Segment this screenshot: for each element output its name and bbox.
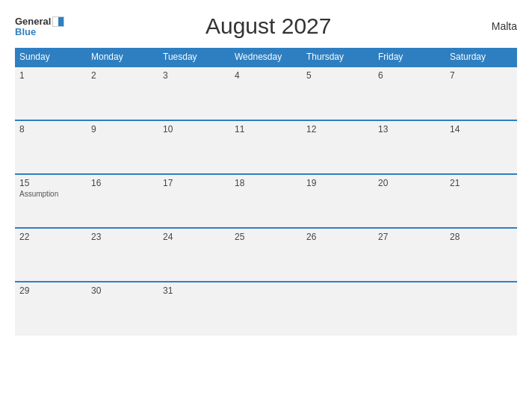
day-number: 12 bbox=[306, 124, 369, 135]
calendar-cell: 31 bbox=[158, 282, 230, 336]
calendar-cell bbox=[445, 282, 517, 336]
day-number: 1 bbox=[19, 70, 82, 81]
calendar-cell: 15Assumption bbox=[15, 174, 87, 228]
weekday-header: Thursday bbox=[302, 48, 374, 67]
calendar-table: SundayMondayTuesdayWednesdayThursdayFrid… bbox=[15, 48, 517, 336]
calendar-cell: 27 bbox=[374, 228, 445, 282]
calendar-week-row: 15Assumption161718192021 bbox=[15, 174, 517, 228]
weekday-header: Friday bbox=[374, 48, 445, 67]
calendar-cell bbox=[302, 282, 374, 336]
weekday-header: Monday bbox=[87, 48, 158, 67]
calendar-cell: 29 bbox=[15, 282, 87, 336]
calendar-header: SundayMondayTuesdayWednesdayThursdayFrid… bbox=[15, 48, 517, 67]
page: General Blue August 2027 Malta SundayMon… bbox=[0, 0, 532, 411]
logo-flag-icon bbox=[52, 16, 64, 27]
day-number: 13 bbox=[378, 124, 441, 135]
calendar-cell: 28 bbox=[445, 228, 517, 282]
day-number: 2 bbox=[91, 70, 154, 81]
calendar-week-row: 891011121314 bbox=[15, 120, 517, 174]
day-number: 14 bbox=[450, 124, 513, 135]
calendar-cell: 20 bbox=[374, 174, 445, 228]
day-number: 18 bbox=[235, 178, 297, 188]
day-number: 26 bbox=[306, 232, 369, 242]
calendar-cell: 9 bbox=[87, 120, 158, 174]
country-label: Malta bbox=[472, 20, 517, 32]
calendar-body: 123456789101112131415Assumption161718192… bbox=[15, 67, 517, 336]
calendar-cell bbox=[374, 282, 445, 336]
day-number: 9 bbox=[91, 124, 154, 135]
logo-general-text: General bbox=[15, 16, 51, 26]
calendar-cell: 8 bbox=[15, 120, 87, 174]
day-number: 3 bbox=[163, 70, 226, 81]
day-number: 7 bbox=[450, 70, 513, 81]
weekday-header-row: SundayMondayTuesdayWednesdayThursdayFrid… bbox=[15, 48, 517, 67]
calendar-cell: 21 bbox=[445, 174, 517, 228]
calendar-cell: 2 bbox=[87, 67, 158, 120]
day-number: 6 bbox=[378, 70, 441, 81]
day-number: 29 bbox=[19, 285, 82, 296]
day-number: 25 bbox=[235, 232, 297, 242]
day-number: 30 bbox=[91, 285, 154, 296]
calendar-cell: 19 bbox=[302, 174, 374, 228]
calendar-cell: 14 bbox=[445, 120, 517, 174]
calendar-cell: 25 bbox=[230, 228, 302, 282]
calendar-cell: 22 bbox=[15, 228, 87, 282]
calendar-cell: 18 bbox=[230, 174, 302, 228]
weekday-header: Saturday bbox=[445, 48, 517, 67]
logo-blue-text: Blue bbox=[15, 27, 36, 37]
day-number: 24 bbox=[163, 232, 226, 242]
day-number: 17 bbox=[163, 178, 226, 188]
day-number: 19 bbox=[306, 178, 369, 188]
weekday-header: Wednesday bbox=[230, 48, 302, 67]
calendar-cell: 1 bbox=[15, 67, 87, 120]
day-number: 22 bbox=[19, 232, 82, 242]
day-number: 21 bbox=[450, 178, 513, 188]
logo: General Blue bbox=[15, 16, 64, 37]
calendar-cell: 23 bbox=[87, 228, 158, 282]
header: General Blue August 2027 Malta bbox=[15, 13, 517, 39]
calendar-cell: 5 bbox=[302, 67, 374, 120]
calendar-cell: 17 bbox=[158, 174, 230, 228]
calendar-week-row: 22232425262728 bbox=[15, 228, 517, 282]
day-number: 23 bbox=[91, 232, 154, 242]
day-number: 27 bbox=[378, 232, 441, 242]
calendar-cell: 12 bbox=[302, 120, 374, 174]
calendar-cell: 30 bbox=[87, 282, 158, 336]
day-number: 11 bbox=[235, 124, 297, 135]
calendar-cell: 6 bbox=[374, 67, 445, 120]
weekday-header: Tuesday bbox=[158, 48, 230, 67]
calendar-cell: 16 bbox=[87, 174, 158, 228]
day-number: 4 bbox=[235, 70, 297, 81]
day-number: 28 bbox=[450, 232, 513, 242]
calendar-week-row: 1234567 bbox=[15, 67, 517, 120]
calendar-week-row: 293031 bbox=[15, 282, 517, 336]
calendar-cell: 11 bbox=[230, 120, 302, 174]
day-event: Assumption bbox=[19, 190, 82, 198]
day-number: 10 bbox=[163, 124, 226, 135]
calendar-cell bbox=[230, 282, 302, 336]
calendar-cell: 13 bbox=[374, 120, 445, 174]
calendar-cell: 7 bbox=[445, 67, 517, 120]
day-number: 31 bbox=[163, 285, 226, 296]
calendar-cell: 26 bbox=[302, 228, 374, 282]
calendar-cell: 4 bbox=[230, 67, 302, 120]
calendar-cell: 3 bbox=[158, 67, 230, 120]
calendar-cell: 24 bbox=[158, 228, 230, 282]
day-number: 5 bbox=[306, 70, 369, 81]
day-number: 16 bbox=[91, 178, 154, 188]
weekday-header: Sunday bbox=[15, 48, 87, 67]
calendar-title: August 2027 bbox=[64, 13, 472, 39]
calendar-cell: 10 bbox=[158, 120, 230, 174]
day-number: 8 bbox=[19, 124, 82, 135]
day-number: 20 bbox=[378, 178, 441, 188]
day-number: 15 bbox=[19, 178, 82, 188]
